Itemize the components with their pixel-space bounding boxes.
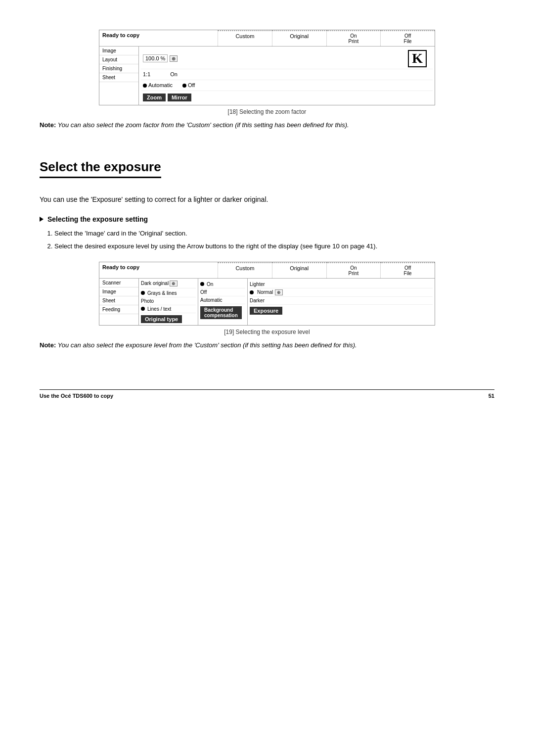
original-type-tab[interactable]: Original type (141, 315, 182, 323)
figure1-body: Image Layout Finishing Sheet 100.0 % ⊕ K (99, 47, 435, 105)
tab2-original-label: Original (275, 265, 323, 271)
tab-print-label: Print (330, 39, 378, 44)
figure2-body: Scanner Image Sheet Feeding Dark origina… (99, 279, 435, 325)
figure1-sidebar: Image Layout Finishing Sheet (99, 47, 139, 105)
tab-file-label: File (384, 39, 432, 44)
original-type-active-tab: Original type (141, 313, 196, 323)
tab2-off-label: Off (384, 265, 432, 271)
tab2-on-label: On (330, 265, 378, 271)
bg-on-radio (200, 282, 204, 286)
tab2-print[interactable]: On Print (327, 262, 381, 278)
tab-custom1[interactable]: Custom (218, 30, 272, 46)
grays-radio (141, 291, 145, 295)
bg-comp-active-tab: Backgroundcompensation (200, 304, 245, 319)
figure1-tabs: Custom Original On Print Off File (218, 30, 435, 46)
section-heading-container: Select the exposure (40, 144, 494, 186)
zoom-spinner[interactable]: ⊕ (170, 55, 178, 62)
tab-on-label: On (330, 33, 378, 39)
layout-value: 1:1 (143, 71, 150, 77)
darker-row: Darker (250, 297, 433, 305)
mirror-tab-active[interactable]: Mirror (168, 94, 191, 101)
note1-prefix: Note: (40, 121, 56, 129)
bg-off-row: Off (200, 288, 245, 296)
tab-print1[interactable]: On Print (327, 30, 381, 46)
figure1-row-automatic: Automatic Off (141, 80, 433, 91)
figure1-topbar: Ready to copy Custom Original On Print O… (99, 30, 435, 47)
figure2-ui: Ready to copy Custom Original On Print O… (99, 262, 435, 326)
subsection-label: Selecting the exposure setting (47, 215, 148, 223)
figure1-main: 100.0 % ⊕ K 1:1 On Automatic Off (139, 47, 435, 105)
bg-comp-tab[interactable]: Backgroundcompensation (200, 306, 242, 319)
sidebar-sheet[interactable]: Sheet (99, 73, 138, 82)
normal-spinner[interactable]: ⊕ (275, 289, 283, 295)
section-heading: Select the exposure (40, 159, 161, 178)
bg-off-label: Off (200, 289, 207, 295)
footer-left: Use the Océ TDS600 to copy (40, 393, 113, 399)
sidebar2-scanner[interactable]: Scanner (99, 279, 138, 287)
radio-automatic: Automatic (143, 82, 173, 88)
big-k-icon: K (408, 50, 427, 67)
grays-lines-label: Grays & lines (147, 290, 177, 296)
sidebar-finishing[interactable]: Finishing (99, 64, 138, 73)
figure1-caption: [18] Selecting the zoom factor (40, 108, 494, 115)
tab-original1-label: Original (275, 33, 323, 39)
figure1-ui: Ready to copy Custom Original On Print O… (99, 30, 435, 105)
sidebar-image[interactable]: Image (99, 47, 138, 55)
tab-original1[interactable]: Original (272, 30, 327, 46)
section-intro: You can use the 'Exposure' setting to co… (40, 194, 494, 205)
lines-text-label: Lines / text (147, 306, 171, 312)
bg-auto-row: Automatic (200, 296, 245, 304)
bg-comp-col: On Off Automatic Backgroundcompensation (198, 279, 248, 325)
original-type-col: Dark original ⊕ Grays & lines Photo Line… (139, 279, 198, 325)
on-value: On (170, 71, 178, 77)
lines-radio (141, 307, 145, 311)
tab2-custom-label: Custom (221, 265, 269, 271)
subsection-title: Selecting the exposure setting (40, 215, 494, 223)
note2: Note: You can also select the exposure l… (40, 340, 494, 350)
figure2-caption: [19] Selecting the exposure level (40, 329, 494, 335)
step-2: Select the desired exposure level by usi… (54, 241, 494, 252)
exposure-active-tab: Exposure (250, 305, 433, 315)
darker-label: Darker (250, 298, 265, 303)
tab2-original[interactable]: Original (272, 262, 327, 278)
figure2-topbar: Ready to copy Custom Original On Print O… (99, 262, 435, 279)
normal-row: Normal ⊕ (250, 288, 433, 297)
dark-original-row: Dark original ⊕ (141, 281, 196, 288)
dark-spinner[interactable]: ⊕ (170, 281, 178, 286)
sidebar2-feeding[interactable]: Feeding (99, 305, 138, 314)
tab2-file-label: File (384, 271, 432, 276)
ready-to-copy-label2: Ready to copy (102, 264, 139, 270)
lines-text-row: Lines / text (141, 305, 196, 313)
sidebar2-sheet[interactable]: Sheet (99, 296, 138, 305)
note1: Note: You can also select the zoom facto… (40, 120, 494, 130)
photo-label: Photo (141, 298, 154, 304)
exposure-col: Lighter Normal ⊕ Darker Exposure (248, 279, 435, 325)
ready-to-copy-label: Ready to copy (102, 32, 139, 38)
tab-file1[interactable]: Off File (381, 30, 435, 46)
lighter-row: Lighter (250, 281, 433, 288)
photo-row: Photo (141, 297, 196, 305)
note1-text: You can also select the zoom factor from… (58, 121, 349, 129)
figure2-sidebar: Scanner Image Sheet Feeding (99, 279, 139, 325)
sidebar2-image[interactable]: Image (99, 287, 138, 296)
sidebar-layout[interactable]: Layout (99, 55, 138, 64)
zoom-tab-active[interactable]: Zoom (143, 94, 166, 101)
figure1-container: Ready to copy Custom Original On Print O… (40, 30, 494, 115)
figure1-ready-label: Ready to copy (99, 30, 218, 46)
dark-original-label: Dark original (141, 281, 169, 286)
grays-lines-row: Grays & lines (141, 289, 196, 297)
bg-auto-label: Automatic (200, 297, 222, 303)
figure2-ready-label: Ready to copy (99, 262, 218, 278)
tab-off-label: Off (384, 33, 432, 39)
triangle-icon (40, 217, 44, 222)
tab2-custom[interactable]: Custom (218, 262, 272, 278)
steps-list: Select the 'Image' card in the 'Original… (40, 228, 494, 252)
tab-custom1-label: Custom (221, 33, 269, 39)
tab2-file[interactable]: Off File (381, 262, 435, 278)
note2-text: You can also select the exposure level f… (58, 341, 357, 349)
figure2-container: Ready to copy Custom Original On Print O… (40, 262, 494, 335)
exposure-tab[interactable]: Exposure (250, 307, 282, 315)
bg-on-label: On (207, 282, 213, 287)
figure2-tabs: Custom Original On Print Off File (218, 262, 435, 278)
note2-prefix: Note: (40, 341, 56, 349)
